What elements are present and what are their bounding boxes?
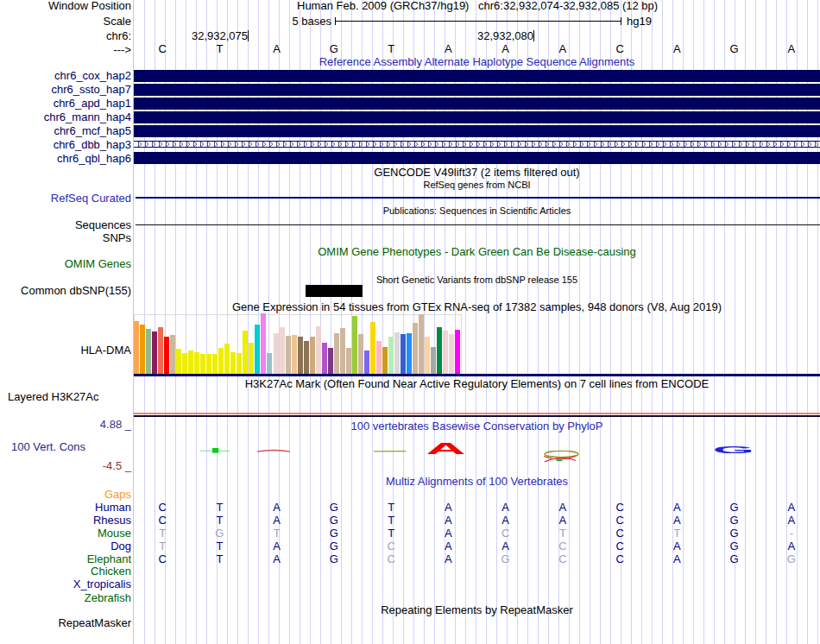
svg-text:A: A	[426, 440, 466, 458]
svg-text:G: G	[713, 445, 754, 455]
